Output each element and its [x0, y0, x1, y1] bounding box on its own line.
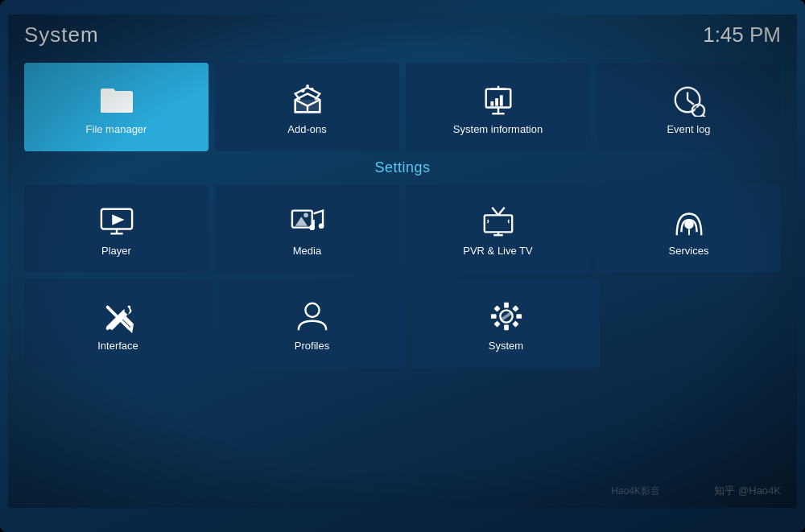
settings-section: Settings — [24, 159, 781, 368]
tile-player[interactable]: Player — [24, 184, 208, 273]
svg-rect-43 — [493, 305, 500, 311]
svg-marker-23 — [295, 217, 307, 225]
svg-rect-44 — [512, 305, 518, 311]
svg-point-1 — [300, 89, 304, 93]
media-icon — [288, 204, 327, 238]
tile-add-ons-label: Add-ons — [287, 123, 326, 135]
page-title: System — [24, 23, 99, 47]
svg-point-26 — [318, 223, 324, 229]
tile-system-information-label: System information — [453, 123, 543, 135]
svg-rect-42 — [516, 314, 522, 319]
tile-pvr-live-tv[interactable]: PVR & Live TV — [406, 184, 590, 273]
svg-point-24 — [303, 212, 308, 217]
tile-system-information[interactable]: System information — [406, 63, 590, 151]
svg-rect-39 — [504, 302, 509, 307]
tile-event-log-label: Event log — [667, 123, 710, 135]
clock: 1:45 PM — [703, 23, 781, 47]
svg-rect-45 — [493, 320, 500, 327]
tile-interface-label: Interface — [97, 340, 138, 352]
settings-row-1: Player — [24, 184, 781, 273]
tile-services-label: Services — [669, 245, 709, 257]
svg-point-2 — [310, 87, 313, 90]
tile-interface[interactable]: Interface — [24, 279, 212, 368]
tile-event-log[interactable]: Event log — [597, 63, 781, 151]
profiles-icon — [293, 299, 332, 333]
player-icon — [97, 204, 136, 238]
svg-rect-7 — [499, 95, 502, 105]
tile-profiles[interactable]: Profiles — [218, 279, 406, 368]
svg-rect-6 — [495, 98, 498, 106]
svg-rect-40 — [504, 324, 509, 330]
top-row: File manager — [24, 63, 781, 151]
svg-rect-0 — [101, 92, 133, 113]
tile-profiles-label: Profiles — [295, 340, 329, 352]
pvr-icon — [479, 204, 518, 238]
svg-marker-19 — [112, 214, 124, 225]
settings-row-2: Interface Profiles — [24, 279, 781, 368]
addons-icon — [288, 83, 327, 117]
tile-media-label: Media — [293, 245, 321, 257]
svg-line-28 — [492, 207, 498, 215]
services-icon — [670, 204, 708, 238]
svg-point-16 — [695, 107, 701, 113]
settings-label: Settings — [24, 159, 781, 176]
system-icon — [487, 299, 526, 333]
tile-system-label: System — [489, 340, 523, 352]
svg-rect-46 — [512, 320, 518, 327]
svg-rect-27 — [484, 215, 511, 232]
folder-icon — [97, 83, 136, 117]
tile-media[interactable]: Media — [215, 184, 399, 273]
tile-services[interactable]: Services — [597, 184, 781, 273]
svg-line-14 — [687, 100, 694, 105]
tile-system[interactable]: System — [412, 279, 600, 368]
tile-file-manager-label: File manager — [86, 123, 147, 135]
svg-rect-41 — [490, 314, 496, 319]
watermark2: Hao4K影音 — [611, 485, 660, 498]
tile-pvr-live-tv-label: PVR & Live TV — [463, 245, 532, 257]
eventlog-icon — [670, 83, 708, 117]
svg-rect-5 — [490, 101, 493, 105]
svg-point-3 — [306, 84, 309, 87]
svg-point-25 — [309, 225, 315, 230]
svg-point-37 — [305, 303, 319, 316]
interface-icon — [99, 299, 138, 333]
watermark: 知乎 @Hao4K — [714, 484, 781, 498]
tile-add-ons[interactable]: Add-ons — [215, 63, 399, 151]
tile-file-manager[interactable]: File manager — [24, 63, 208, 151]
svg-line-29 — [498, 207, 505, 215]
tile-player-label: Player — [101, 245, 131, 257]
svg-line-17 — [703, 115, 706, 117]
sysinfo-icon — [479, 83, 518, 117]
